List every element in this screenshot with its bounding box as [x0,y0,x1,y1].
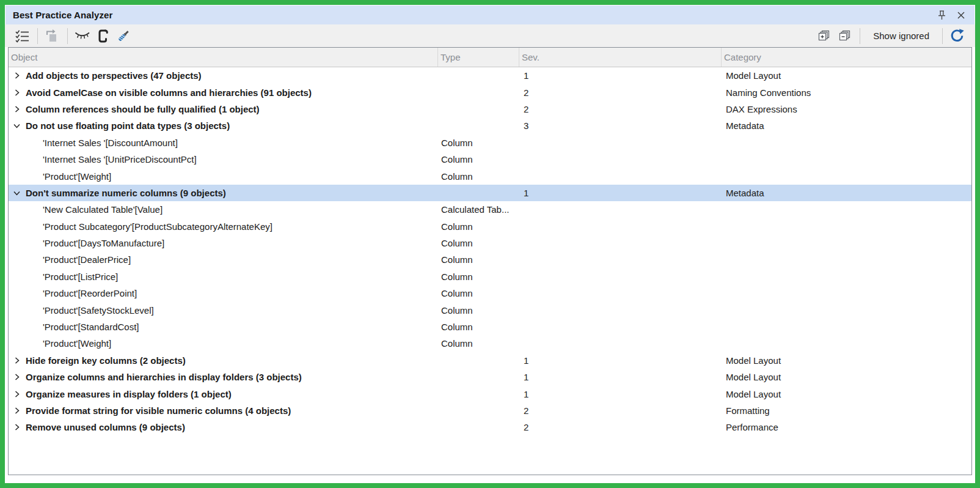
table-row[interactable]: 'Product'[Weight]Column [9,168,971,184]
table-row[interactable]: 'Internet Sales '[DiscountAmount]Column [9,135,971,151]
bpa-window: Best Practice Analyzer [0,0,980,488]
chevron-right-icon[interactable] [12,423,21,431]
object-label: 'Product'[SafetyStockLevel] [43,305,154,316]
column-header-severity[interactable]: Sev. [519,48,722,67]
chevron-right-icon[interactable] [12,390,21,398]
severity-cell: 1 [519,355,722,366]
chevron-right-icon[interactable] [12,357,21,364]
table-row[interactable]: 'Product'[StandardCost]Column [9,319,971,335]
checklist-icon [15,29,30,43]
type-cell: Column [438,254,519,265]
table-row[interactable]: Provide format string for visible numeri… [9,402,971,419]
table-row[interactable]: Hide foreign key columns (2 objects)1Mod… [9,352,971,369]
fix-script-button[interactable] [93,27,112,45]
toolbar-separator [37,28,38,44]
table-row[interactable]: 'Product Subcategory'[ProductSubcategory… [9,218,971,235]
bpa-table: Object Type Sev. Category Add objects to… [8,47,972,475]
object-label: 'New Calculated Table'[Value] [43,204,163,215]
type-cell: Column [438,322,519,332]
toolbar: Show ignored [5,24,975,47]
object-label: Hide foreign key columns (2 objects) [26,355,186,366]
type-cell: Column [438,138,519,148]
object-label: 'Product'[Weight] [43,171,111,182]
object-label: Don't summarize numeric columns (9 objec… [26,188,226,198]
title-bar: Best Practice Analyzer [5,6,975,24]
object-label: 'Internet Sales '[UnitPriceDiscountPct] [43,154,197,165]
window-title: Best Practice Analyzer [13,10,112,20]
type-cell: Calculated Tab... [438,204,519,215]
pin-icon [937,10,946,20]
table-row[interactable]: 'Product'[SafetyStockLevel]Column [9,301,971,318]
chevron-right-icon[interactable] [12,105,21,113]
pin-button[interactable] [934,8,949,23]
table-row[interactable]: Avoid CamelCase on visible columns and h… [9,84,971,100]
severity-cell: 1 [519,372,722,382]
severity-cell: 1 [519,70,722,81]
table-row[interactable]: 'Product'[ReorderPoint]Column [9,285,971,301]
show-ignored-button[interactable]: Show ignored [865,27,938,45]
chevron-right-icon[interactable] [12,89,21,97]
table-row[interactable]: 'Product'[DealerPrice]Column [9,251,971,268]
category-cell: Model Layout [722,372,971,382]
object-label: Organize columns and hierarchies in disp… [26,372,302,382]
object-label: 'Product'[Weight] [43,338,111,349]
manage-rules-button[interactable] [12,27,32,45]
object-label: Column references should be fully qualif… [26,104,260,114]
object-label: Organize measures in display folders (1 … [26,389,232,399]
table-row[interactable]: Remove unused columns (9 objects)2Perfor… [9,419,971,435]
refresh-button[interactable] [947,27,967,45]
column-header-type[interactable]: Type [438,48,519,67]
category-cell: Naming Conventions [722,87,971,98]
chevron-down-icon[interactable] [12,122,21,130]
close-icon [957,11,965,20]
expand-all-button[interactable] [814,27,833,45]
refresh-icon [949,28,965,43]
toolbar-separator [67,28,68,44]
chevron-right-icon[interactable] [12,373,21,381]
table-row[interactable]: Don't summarize numeric columns (9 objec… [9,185,971,201]
severity-cell: 2 [519,405,722,416]
table-row[interactable]: 'New Calculated Table'[Value]Calculated … [9,201,971,218]
table-row[interactable]: Column references should be fully qualif… [9,101,971,117]
table-row[interactable]: Do not use floating point data types (3 … [9,117,971,134]
object-label: 'Product'[ListPrice] [43,272,118,282]
expand-all-icon [818,30,830,42]
category-cell: Metadata [722,188,971,198]
table-row[interactable]: 'Product'[ListPrice]Column [9,268,971,285]
table-row[interactable]: Add objects to perspectives (47 objects)… [9,67,971,84]
object-label: Provide format string for visible numeri… [26,405,291,416]
apply-fix-button[interactable] [114,27,133,45]
collapse-all-icon [839,30,850,42]
table-row[interactable]: 'Product'[DaysToManufacture]Column [9,235,971,251]
table-row[interactable]: Organize columns and hierarchies in disp… [9,369,971,385]
chevron-right-icon[interactable] [12,72,21,79]
object-label: 'Product Subcategory'[ProductSubcategory… [43,221,272,232]
type-cell: Column [438,154,519,165]
screwdriver-icon [116,29,131,43]
column-header-object[interactable]: Object [9,48,438,67]
close-button[interactable] [954,8,968,23]
toolbar-right-group: Show ignored [814,27,968,45]
collapse-all-button[interactable] [835,27,854,45]
table-row[interactable]: 'Product'[Weight]Column [9,335,971,352]
goto-object-button[interactable] [42,27,62,45]
table-row[interactable]: 'Internet Sales '[UnitPriceDiscountPct]C… [9,151,971,168]
chevron-down-icon[interactable] [12,189,21,197]
object-label: 'Product'[DealerPrice] [43,254,131,265]
chevron-right-icon[interactable] [12,407,21,415]
object-label: 'Product'[ReorderPoint] [43,288,137,298]
severity-cell: 2 [519,87,722,98]
type-cell: Column [438,305,519,316]
ignore-item-button[interactable] [72,27,92,45]
severity-cell: 1 [519,188,722,198]
object-label: Avoid CamelCase on visible columns and h… [26,87,312,98]
type-cell: Column [438,171,519,182]
closed-eye-icon [74,31,90,41]
severity-cell: 2 [519,422,722,432]
object-label: 'Product'[StandardCost] [43,322,139,332]
table-body: Add objects to perspectives (47 objects)… [9,67,971,475]
goto-object-icon [45,29,59,43]
table-row[interactable]: Organize measures in display folders (1 … [9,385,971,402]
column-header-category[interactable]: Category [722,48,971,67]
type-cell: Column [438,221,519,232]
